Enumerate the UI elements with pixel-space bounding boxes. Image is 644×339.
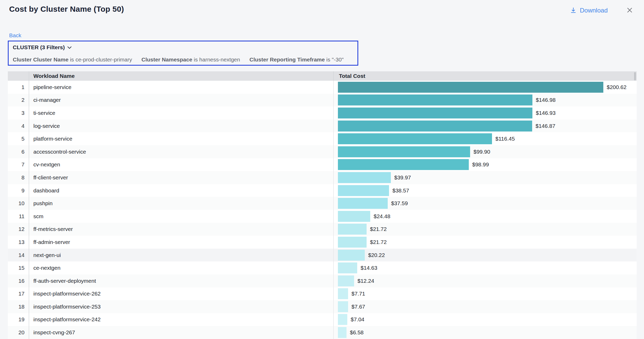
row-workload-name: dashboard [29, 184, 333, 197]
row-rank: 20 [8, 326, 29, 339]
row-cost-cell: $38.57 [333, 184, 637, 197]
table-row: 10 pushpin $37.59 [8, 197, 637, 210]
vertical-scrollbar-thumb[interactable] [634, 72, 636, 80]
cost-value: $7.04 [351, 316, 364, 323]
cost-bar [338, 314, 347, 325]
filter-field: Cluster Namespace [141, 56, 192, 62]
row-cost-cell: $99.90 [333, 145, 637, 158]
cost-by-cluster-modal: { "page": { "title": "Cost by Cluster Na… [0, 0, 644, 339]
table-row: 18 inspect-platformservice-253 $7.67 [8, 300, 637, 313]
table-row: 19 inspect-platformservice-242 $7.04 [8, 313, 637, 326]
row-cost-cell: $116.45 [333, 132, 637, 145]
table-row: 15 ce-nextgen $14.63 [8, 261, 637, 274]
row-workload-name: ti-service [29, 106, 333, 120]
row-cost-cell: $6.58 [333, 326, 637, 339]
cost-value: $21.72 [370, 226, 387, 232]
row-rank: 3 [8, 106, 29, 120]
table-row: 6 accesscontrol-service $99.90 [8, 145, 637, 158]
table-row: 4 log-service $146.87 [8, 120, 637, 133]
cost-bar [338, 159, 469, 170]
row-rank: 6 [8, 145, 29, 158]
cost-value: $146.98 [536, 97, 556, 103]
filter-operator: is [70, 56, 74, 62]
row-cost-cell: $146.87 [333, 120, 637, 133]
row-cost-cell: $24.48 [333, 210, 637, 223]
back-link[interactable]: Back [9, 32, 21, 39]
cost-bar [338, 95, 532, 105]
cost-bar [338, 121, 532, 131]
row-workload-name: pushpin [29, 197, 333, 210]
cost-value: $200.62 [607, 84, 627, 90]
row-workload-name: ff-admin-server [29, 236, 333, 249]
cost-value: $37.59 [391, 200, 408, 206]
row-cost-cell: $146.93 [333, 106, 637, 120]
row-rank: 5 [8, 132, 29, 145]
cost-bar [338, 172, 391, 183]
filter-field: Cluster Reporting Timeframe [250, 56, 325, 62]
filter-item-namespace: Cluster Namespace is harness-nextgen [141, 56, 240, 63]
filter-item-reporting-timeframe: Cluster Reporting Timeframe is "-30" [250, 56, 344, 63]
cost-bar [338, 198, 388, 209]
row-workload-name: accesscontrol-service [29, 145, 333, 158]
row-cost-cell: $37.59 [333, 197, 637, 210]
filter-value: ce-prod-cluster-primary [75, 56, 132, 62]
row-cost-cell: $98.99 [333, 158, 637, 171]
filter-operator: is [194, 56, 198, 62]
cost-bar [338, 146, 470, 157]
row-cost-cell: $12.24 [333, 274, 637, 287]
filter-panel: CLUSTER (3 Filters) Cluster Cluster Name… [8, 41, 358, 66]
row-rank: 16 [8, 274, 29, 287]
table-row: 17 inspect-platformservice-262 $7.71 [8, 287, 637, 300]
cost-value: $24.48 [374, 213, 390, 219]
page-title: Cost by Cluster Name (Top 50) [9, 5, 124, 14]
cost-value: $39.97 [394, 174, 411, 181]
cost-value: $20.22 [368, 252, 385, 258]
row-cost-cell: $7.67 [333, 300, 637, 313]
row-workload-name: pipeline-service [29, 81, 333, 94]
table-row: 1 pipeline-service $200.62 [8, 81, 637, 94]
filter-field: Cluster Cluster Name [13, 56, 69, 62]
cost-bar [338, 250, 365, 261]
row-workload-name: ci-manager [29, 94, 333, 107]
table-header: Workload Name Total Cost [8, 71, 637, 81]
table-body: 1 pipeline-service $200.62 2 ci-manager … [8, 81, 637, 339]
cost-value: $12.24 [357, 278, 374, 284]
cost-value: $6.58 [350, 329, 364, 336]
row-workload-name: scm [29, 210, 333, 223]
cost-value: $116.45 [495, 136, 515, 142]
cost-bar [338, 211, 370, 222]
table-row: 13 ff-admin-server $21.72 [8, 236, 637, 249]
table-row: 8 ff-client-server $39.97 [8, 171, 637, 184]
download-button[interactable]: Download [570, 7, 608, 14]
filter-group-toggle[interactable]: CLUSTER (3 Filters) [13, 44, 72, 51]
row-rank: 14 [8, 249, 29, 262]
table-row: 3 ti-service $146.93 [8, 106, 637, 120]
filter-item-cluster-name: Cluster Cluster Name is ce-prod-cluster-… [13, 56, 132, 63]
cost-value: $21.72 [370, 239, 387, 245]
row-rank: 10 [8, 197, 29, 210]
row-workload-name: inspect-platformservice-262 [29, 287, 333, 300]
cost-table: Workload Name Total Cost 1 pipeline-serv… [8, 71, 637, 339]
row-workload-name: inspect-cvng-267 [29, 326, 333, 339]
row-rank: 2 [8, 94, 29, 107]
cost-bar [338, 275, 354, 286]
cost-bar [338, 185, 389, 196]
close-button[interactable] [625, 6, 634, 15]
row-rank: 11 [8, 210, 29, 223]
row-cost-cell: $200.62 [333, 81, 637, 94]
row-workload-name: ff-client-server [29, 171, 333, 184]
cost-bar [338, 108, 532, 118]
cost-value: $99.90 [473, 149, 490, 155]
table-row: 16 ff-auth-server-deployment $12.24 [8, 274, 637, 287]
cost-value: $14.63 [361, 265, 377, 271]
cost-bar [338, 237, 367, 248]
table-row: 5 platform-service $116.45 [8, 132, 637, 145]
row-workload-name: inspect-platformservice-242 [29, 313, 333, 326]
row-workload-name: next-gen-ui [29, 249, 333, 262]
row-rank: 8 [8, 171, 29, 184]
row-rank: 19 [8, 313, 29, 326]
close-icon [626, 7, 633, 14]
row-cost-cell: $20.22 [333, 249, 637, 262]
row-cost-cell: $7.71 [333, 287, 637, 300]
row-workload-name: ff-auth-server-deployment [29, 274, 333, 287]
